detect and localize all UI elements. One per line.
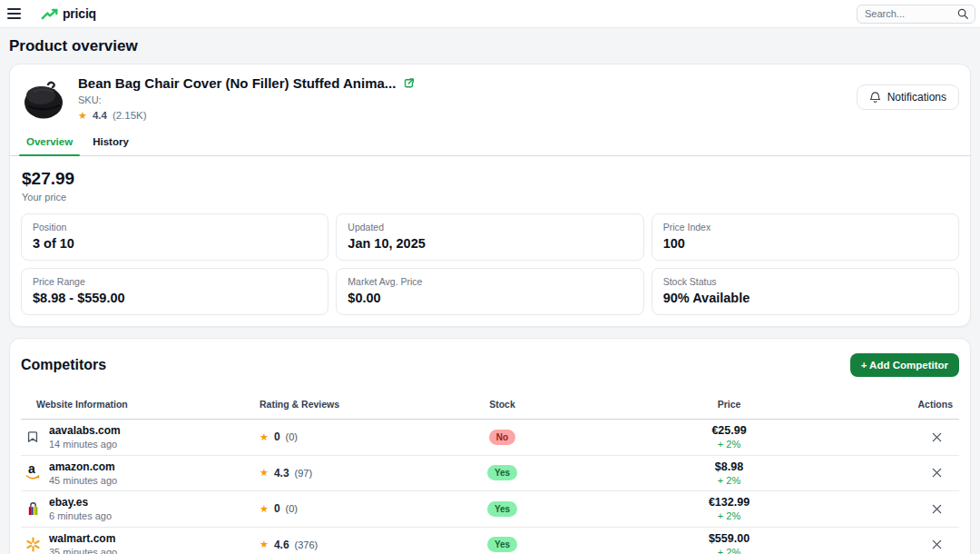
competitors-title: Competitors: [21, 357, 106, 373]
stat-card-stock-status: Stock Status 90% Available: [652, 268, 959, 315]
stock-badge: Yes: [487, 537, 517, 552]
walmart-spark-icon: [25, 537, 41, 552]
competitor-site-link[interactable]: amazon.com: [49, 460, 117, 473]
competitor-price: €25.99: [711, 424, 746, 437]
product-rating: 4.4: [93, 110, 107, 121]
competitor-price: $8.98: [715, 460, 743, 473]
competitor-price: $559.00: [709, 532, 750, 545]
remove-competitor-button[interactable]: [929, 430, 945, 445]
site-favicon: a: [24, 465, 41, 481]
rating-value: 0: [274, 430, 280, 443]
add-competitor-button[interactable]: + Add Competitor: [850, 353, 959, 377]
menu-icon[interactable]: [7, 8, 21, 19]
last-updated-text: 35 minutes ago: [49, 547, 117, 554]
stat-card-price-index: Price Index 100: [652, 213, 959, 261]
your-price-value: $27.99: [22, 169, 958, 189]
stat-label: Updated: [348, 222, 632, 232]
stat-label: Stock Status: [663, 276, 947, 287]
app-logo-text: priciq: [63, 6, 96, 21]
remove-competitor-button[interactable]: [929, 465, 945, 480]
price-change: + 2%: [718, 439, 740, 450]
stat-value: 3 of 10: [33, 236, 317, 251]
reviews-count: (0): [286, 503, 298, 514]
amazon-icon: a: [25, 466, 40, 480]
competitor-price: €132.99: [709, 496, 750, 509]
bookmark-icon: [25, 430, 40, 444]
stat-label: Price Range: [33, 276, 317, 287]
stat-card-updated: Updated Jan 10, 2025: [336, 213, 643, 261]
competitors-table-body: a: [21, 420, 959, 554]
stats-grid: Position 3 of 10 Updated Jan 10, 2025 Pr…: [10, 206, 970, 326]
last-updated-text: 45 minutes ago: [49, 475, 117, 486]
site-favicon: a: [24, 500, 41, 517]
reviews-count: (0): [286, 431, 298, 442]
stat-value: 100: [663, 236, 947, 251]
table-row: a: [21, 420, 959, 456]
stat-value: Jan 10, 2025: [348, 236, 632, 251]
column-rating-reviews: Rating & Reviews: [260, 399, 427, 410]
column-price: Price: [577, 399, 881, 410]
site-favicon: a: [24, 429, 41, 445]
your-price-label: Your price: [22, 192, 958, 203]
star-icon: ★: [260, 468, 269, 478]
last-updated-text: 14 minutes ago: [49, 439, 121, 450]
last-updated-text: 6 minutes ago: [49, 510, 112, 521]
stock-badge: No: [489, 430, 515, 445]
stat-label: Price Index: [663, 222, 947, 232]
tab-history[interactable]: History: [91, 133, 131, 155]
star-icon: ★: [78, 111, 87, 121]
remove-competitor-button[interactable]: [929, 501, 945, 517]
search-icon[interactable]: [956, 7, 969, 20]
star-icon: ★: [260, 504, 269, 514]
page-title: Product overview: [9, 37, 980, 55]
stat-label: Market Avg. Price: [348, 276, 632, 287]
site-favicon: a: [24, 537, 41, 553]
reviews-count: (376): [295, 539, 318, 550]
stat-card-position: Position 3 of 10: [21, 213, 328, 261]
search-input[interactable]: [865, 8, 956, 19]
stat-label: Position: [33, 222, 317, 232]
competitor-site-link[interactable]: walmart.com: [49, 532, 117, 545]
remove-competitor-button[interactable]: [929, 537, 945, 552]
product-reviews-count: (2.15K): [113, 110, 147, 121]
rating-value: 4.6: [274, 539, 289, 551]
table-row: a: [21, 491, 959, 528]
star-icon: ★: [260, 432, 269, 442]
trending-up-icon: [41, 7, 59, 21]
tab-bar: Overview History: [10, 133, 970, 156]
bell-icon: [869, 91, 881, 104]
rating-value: 4.3: [274, 467, 289, 480]
product-title: Bean Bag Chair Cover (No Filler) Stuffed…: [78, 75, 396, 91]
competitor-site-link[interactable]: ebay.es: [49, 496, 112, 509]
column-stock: Stock: [427, 399, 577, 410]
stat-card-price-range: Price Range $8.98 - $559.00: [21, 268, 328, 315]
price-change: + 2%: [718, 510, 740, 521]
reviews-count: (97): [295, 468, 313, 479]
app-logo[interactable]: priciq: [41, 6, 96, 21]
table-row: a: [21, 528, 959, 554]
rating-value: 0: [274, 502, 280, 515]
column-actions: Actions: [881, 399, 959, 410]
product-sku: SKU:: [78, 94, 857, 105]
product-image: [21, 75, 67, 122]
topbar: priciq: [0, 0, 980, 28]
stock-badge: Yes: [487, 465, 517, 480]
price-change: + 2%: [718, 547, 740, 554]
tab-overview[interactable]: Overview: [24, 133, 74, 155]
external-link-icon[interactable]: [402, 76, 416, 90]
stock-badge: Yes: [487, 501, 517, 517]
notifications-label: Notifications: [887, 91, 946, 104]
table-row: a: [21, 456, 959, 492]
stat-value: 90% Available: [663, 291, 947, 305]
stat-value: $0.00: [348, 291, 632, 305]
stat-value: $8.98 - $559.00: [33, 291, 317, 305]
shopping-bag-icon: [26, 501, 40, 517]
search-box[interactable]: [857, 5, 975, 24]
product-overview-card: Bean Bag Chair Cover (No Filler) Stuffed…: [9, 64, 971, 327]
competitors-card: Competitors + Add Competitor Website Inf…: [9, 338, 971, 554]
competitor-site-link[interactable]: aavalabs.com: [49, 424, 121, 437]
notifications-button[interactable]: Notifications: [857, 84, 959, 110]
stat-card-market-avg: Market Avg. Price $0.00: [336, 268, 643, 315]
price-change: + 2%: [718, 475, 740, 486]
column-website-information: Website Information: [21, 399, 260, 410]
